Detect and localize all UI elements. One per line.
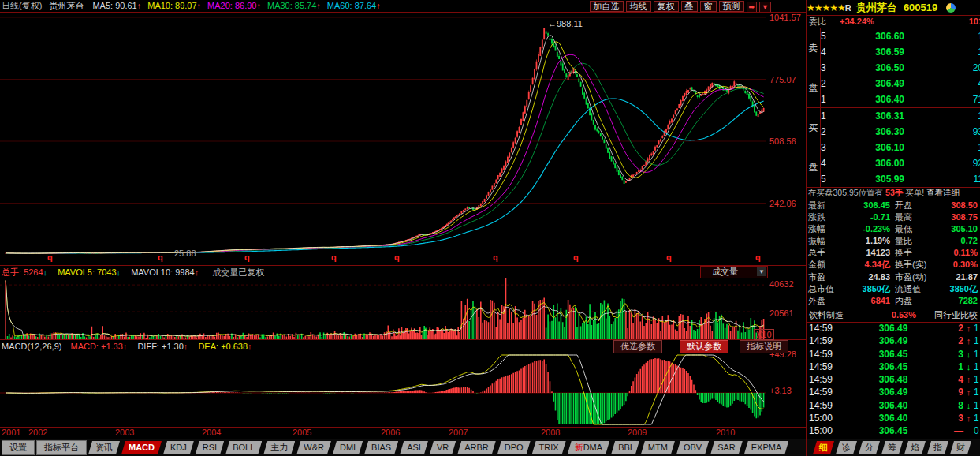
period-label: 日线(复权) bbox=[2, 1, 42, 10]
low-annotation: 25.88 bbox=[174, 249, 196, 258]
toolbar-button-叠[interactable]: 叠 bbox=[681, 1, 698, 12]
ex-dividend-mark: q bbox=[47, 252, 53, 262]
panel-tab-诊[interactable]: 诊 bbox=[836, 441, 857, 454]
buy-order-book: 买盘1306.3112306.30933306.1014306.00925305… bbox=[807, 108, 980, 188]
order-book-row[interactable]: 2306.3093 bbox=[821, 124, 980, 140]
down-arrow-icon: ↓ bbox=[117, 267, 121, 277]
tab-主力[interactable]: 主力 bbox=[263, 441, 295, 454]
tab-KDJ[interactable]: KDJ bbox=[163, 441, 194, 454]
tab-SAR[interactable]: SAR bbox=[710, 441, 743, 454]
tab-MACD[interactable]: MACD bbox=[121, 441, 162, 454]
ma-value-3: MA20: 86.90↑ bbox=[207, 0, 261, 12]
tab-DPO[interactable]: DPO bbox=[497, 441, 531, 454]
tick-row[interactable]: 14:59306.484↑1 bbox=[807, 373, 980, 386]
order-book-row[interactable]: 2306.494 bbox=[821, 76, 980, 92]
panel-tab-筹[interactable]: 筹 bbox=[881, 441, 903, 454]
up-arrow-icon: ↑ bbox=[376, 1, 381, 10]
down-arrow-icon: ↓ bbox=[963, 361, 974, 373]
chevron-down-icon[interactable]: ▼ bbox=[759, 2, 771, 13]
tab-EXPMA[interactable]: EXPMA bbox=[744, 441, 789, 454]
tick-row[interactable]: 14:59306.492↑1 bbox=[807, 335, 980, 347]
tab-TRIX[interactable]: TRIX bbox=[532, 441, 566, 454]
toolbar-button-复权[interactable]: 复权 bbox=[654, 1, 679, 12]
chevron-down-icon[interactable]: ▼ bbox=[757, 267, 766, 276]
volume-adjusted-note: 成交量已复权 bbox=[212, 267, 264, 277]
ex-dividend-mark: q bbox=[331, 252, 337, 262]
panel-tab-指[interactable]: 指 bbox=[927, 441, 948, 454]
up-arrow-icon: ↑ bbox=[248, 342, 252, 351]
order-book-row[interactable]: 1306.311 bbox=[821, 108, 980, 124]
tab-DMI[interactable]: DMI bbox=[333, 441, 363, 454]
ma-values-row: MA5: 90.61↑MA10: 89.07↑MA20: 86.90↑MA30:… bbox=[92, 1, 386, 10]
stock-code: 600519 bbox=[904, 2, 937, 13]
order-book-row[interactable]: 3306.101 bbox=[821, 140, 980, 155]
order-book-row[interactable]: 4306.0092 bbox=[821, 155, 980, 171]
tab-MTM[interactable]: MTM bbox=[641, 441, 675, 454]
x-axis-year: 2001 bbox=[2, 428, 20, 437]
tab-指标平台[interactable]: 指标平台 bbox=[36, 440, 87, 455]
sector-name[interactable]: 饮料制造 bbox=[807, 308, 892, 322]
tick-row[interactable]: 15:00306.403↑1 bbox=[807, 412, 980, 424]
param-button-优选参数[interactable]: 优选参数 bbox=[613, 340, 662, 353]
order-book-row[interactable]: 5306.601 bbox=[821, 28, 980, 44]
panel-tab-焰[interactable]: 焰 bbox=[904, 441, 926, 454]
view-detail-link[interactable]: 查看详细 bbox=[926, 188, 960, 197]
tab-BIAS[interactable]: BIAS bbox=[364, 441, 398, 454]
up-arrow-icon: ↑ bbox=[256, 1, 261, 10]
toolbar-button-预测[interactable]: 预测 bbox=[719, 1, 744, 12]
stock-name: 贵州茅台 bbox=[856, 2, 897, 13]
ma-value-1: MA5: 90.61↑ bbox=[92, 0, 141, 12]
panel-tab-分[interactable]: 分 bbox=[859, 441, 880, 454]
tab-RSI[interactable]: RSI bbox=[196, 441, 224, 454]
tick-row[interactable]: 15:00306.45—0 bbox=[807, 424, 980, 437]
order-book-row[interactable]: 5305.9911 bbox=[821, 171, 980, 187]
up-arrow-icon: ↑ bbox=[963, 412, 974, 424]
macd-chart[interactable] bbox=[0, 353, 766, 426]
param-button-指标说明[interactable]: 指标说明 bbox=[740, 340, 788, 353]
toolbar-button-均线[interactable]: 均线 bbox=[626, 1, 651, 12]
tab-资讯[interactable]: 资讯 bbox=[88, 441, 120, 454]
tab-新DMA[interactable]: 新DMA bbox=[568, 441, 609, 454]
ex-dividend-mark: q bbox=[666, 252, 672, 262]
ex-dividend-mark: q bbox=[573, 252, 579, 262]
jump-icon[interactable]: ➡ bbox=[747, 2, 758, 13]
panel-tab-细[interactable]: 细 bbox=[813, 441, 834, 454]
panel-tab-财[interactable]: 财 bbox=[950, 441, 971, 454]
param-button-默认参数[interactable]: 默认参数 bbox=[680, 340, 728, 353]
tick-row[interactable]: 14:59306.492↑1 bbox=[807, 322, 980, 335]
order-book-row[interactable]: 3306.5020 bbox=[821, 60, 980, 76]
ex-dividend-mark: q bbox=[755, 252, 761, 262]
tab-设置[interactable]: 设置 bbox=[2, 440, 35, 455]
quote-row: 总手14123换手0.11% bbox=[808, 247, 979, 259]
x-axis-year: 2008 bbox=[541, 428, 560, 437]
main-price-chart[interactable]: ←988.1125.88qqqqqqqqq bbox=[0, 12, 766, 265]
down-arrow-icon: ↓ bbox=[43, 267, 48, 277]
tab-VR[interactable]: VR bbox=[430, 441, 456, 454]
tick-row[interactable]: 14:59306.408↓1 bbox=[807, 399, 980, 412]
down-arrow-icon: ↓ bbox=[963, 399, 974, 412]
tab-W&R[interactable]: W&R bbox=[296, 441, 331, 454]
toolbar-button-窗[interactable]: 窗 bbox=[700, 1, 717, 12]
tab-ARBR[interactable]: ARBR bbox=[457, 441, 496, 454]
tab-OBV[interactable]: OBV bbox=[676, 441, 709, 454]
buy-label: 买盘 bbox=[807, 108, 821, 187]
ma-value-5: MA60: 87.64↑ bbox=[327, 0, 381, 12]
indicator-selector[interactable]: 成交量 ▼ bbox=[700, 266, 768, 278]
tick-row[interactable]: 14:59306.499↑1 bbox=[807, 386, 980, 398]
toolbar-button-加自选[interactable]: 加自选 bbox=[590, 1, 624, 12]
tab-BBI[interactable]: BBI bbox=[611, 441, 639, 454]
order-book-row[interactable]: 4306.591 bbox=[821, 44, 980, 60]
tab-BOLL[interactable]: BOLL bbox=[225, 441, 262, 454]
order-book-row[interactable]: 1306.4071 bbox=[821, 92, 980, 107]
globe-icon bbox=[946, 3, 956, 13]
x-axis-year: 2004 bbox=[202, 428, 221, 437]
tab-ASI[interactable]: ASI bbox=[400, 441, 428, 454]
industry-compare-link[interactable]: 同行业比较 bbox=[926, 308, 978, 322]
volume-chart[interactable] bbox=[0, 278, 766, 339]
ma-value-2: MA10: 89.07↑ bbox=[147, 0, 201, 12]
volume-header: 总手: 5264↓ MAVOL5: 7043↓ MAVOL10: 9984↑ 成… bbox=[2, 267, 695, 278]
x-axis-year: 2005 bbox=[293, 428, 311, 437]
quote-panel: ★★★★★R 贵州茅台 600519 委比 +34.24% 101 卖盘5306… bbox=[806, 0, 980, 456]
tick-row[interactable]: 14:59306.453↓1 bbox=[807, 348, 980, 361]
tick-row[interactable]: 14:59306.451↓1 bbox=[807, 361, 980, 373]
